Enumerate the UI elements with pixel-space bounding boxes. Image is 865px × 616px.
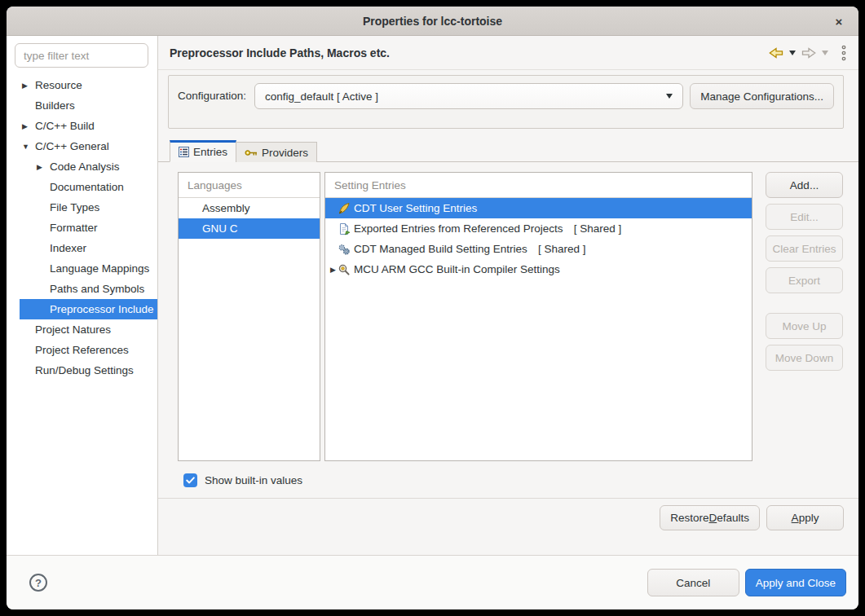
language-row-gnu-c[interactable]: GNU C <box>179 218 320 239</box>
entry-actions-column: Add...Edit...Clear EntriesExportMove UpM… <box>766 172 843 461</box>
entry-shared-badge: [ Shared ] <box>538 243 586 255</box>
tabbar: EntriesProviders <box>158 140 858 162</box>
clear-entries-button[interactable]: Clear Entries <box>766 235 843 262</box>
header-toolbar <box>769 45 847 61</box>
pane-header: Preprocessor Include Paths, Macros etc. <box>158 36 858 70</box>
tree-item-label: Run/Debug Settings <box>35 364 134 376</box>
manage-configurations-button[interactable]: Manage Configurations... <box>690 83 834 109</box>
sidebar-item-project-references[interactable]: Project References <box>7 340 157 360</box>
setting-entries-list: CDT User Setting EntriesExported Entries… <box>325 198 752 279</box>
chevron-right-icon[interactable]: ▶ <box>34 163 50 171</box>
configuration-group: Configuration: config_default [ Active ]… <box>168 75 844 129</box>
tree-item-label: File Types <box>50 201 99 213</box>
sidebar-item-indexer[interactable]: Indexer <box>7 238 157 258</box>
tree-item-label: Documentation <box>50 181 124 193</box>
entry-label: CDT User Setting Entries <box>354 202 477 214</box>
restore-defaults-button[interactable]: Restore Defaults <box>660 505 760 530</box>
edit-button[interactable]: Edit... <box>766 204 843 230</box>
languages-panel: Languages AssemblyGNU C <box>178 172 320 461</box>
entry-row-mcu-arm-gcc-built-in-compiler-settings[interactable]: ▶MCU ARM GCC Built-in Compiler Settings <box>325 259 752 279</box>
tree-item-label: Builders <box>35 99 75 112</box>
tree-item-label: C/C++ Build <box>35 120 95 132</box>
sidebar-item-language-mappings[interactable]: Language Mappings <box>7 258 157 279</box>
tree-item-label: C/C++ General <box>35 140 109 152</box>
entry-row-exported-entries-from-referenced-projects[interactable]: Exported Entries from Referenced Project… <box>325 218 752 239</box>
tree-item-label: Project Natures <box>35 323 111 336</box>
sidebar-tree: ▶ResourceBuilders▶C/C++ Build▼C/C++ Gene… <box>7 75 157 381</box>
magnifier-icon <box>338 263 351 276</box>
move-down-button[interactable]: Move Down <box>766 345 843 371</box>
entry-row-cdt-managed-build-setting-entries[interactable]: CDT Managed Build Setting Entries[ Share… <box>325 239 752 259</box>
main-area: ▶ResourceBuilders▶C/C++ Build▼C/C++ Gene… <box>7 36 858 555</box>
sidebar-item-project-natures[interactable]: Project Natures <box>7 319 157 340</box>
chevron-right-icon[interactable]: ▶ <box>20 81 35 90</box>
key-icon <box>245 148 258 157</box>
sidebar-item-c-c-build[interactable]: ▶C/C++ Build <box>7 116 157 136</box>
forward-arrow-icon[interactable] <box>801 47 816 59</box>
move-up-button[interactable]: Move Up <box>766 313 843 339</box>
tree-item-label: Resource <box>35 79 82 91</box>
entry-label: MCU ARM GCC Built-in Compiler Settings <box>354 263 560 275</box>
setting-entries-panel: Setting Entries CDT User Setting Entries… <box>324 172 752 461</box>
chevron-right-icon[interactable]: ▶ <box>20 122 35 130</box>
tab-entries[interactable]: Entries <box>170 140 236 162</box>
configuration-label: Configuration: <box>178 83 246 109</box>
entry-row-cdt-user-setting-entries[interactable]: CDT User Setting Entries <box>325 198 752 218</box>
tab-providers[interactable]: Providers <box>236 142 317 162</box>
chevron-down-icon[interactable]: ▼ <box>20 143 35 151</box>
setting-entries-panel-header: Setting Entries <box>325 173 752 198</box>
entries-tab-content: Languages AssemblyGNU C Setting Entries … <box>178 172 843 461</box>
sidebar-item-preprocessor-include-paths-macros-etc[interactable]: Preprocessor Include Paths, Macros etc. <box>7 299 157 319</box>
chevron-down-icon <box>666 94 673 99</box>
tab-label: Entries <box>193 146 227 158</box>
apply-button[interactable]: Apply <box>766 505 844 530</box>
gears-icon <box>338 243 351 256</box>
language-label: GNU C <box>202 222 238 235</box>
titlebar: Properties for lcc-tortoise × <box>7 7 858 36</box>
sidebar-item-run-debug-settings[interactable]: Run/Debug Settings <box>7 360 157 381</box>
tree-item-label: Language Mappings <box>50 262 149 275</box>
entries-list-icon <box>179 147 189 157</box>
settings-pane: Preprocessor Include Paths, Macros etc. <box>158 36 858 555</box>
sidebar-item-formatter[interactable]: Formatter <box>7 218 157 238</box>
tree-item-label: Indexer <box>50 242 86 254</box>
language-row-assembly[interactable]: Assembly <box>179 198 320 218</box>
show-builtin-row: Show built-in values <box>183 473 858 487</box>
sidebar-item-documentation[interactable]: Documentation <box>7 177 157 197</box>
apply-and-close-button[interactable]: Apply and Close <box>745 569 846 596</box>
tree-item-label: Code Analysis <box>50 161 120 173</box>
sidebar-item-builders[interactable]: Builders <box>7 95 157 116</box>
sidebar-item-resource[interactable]: ▶Resource <box>7 75 157 95</box>
forward-history-caret-icon[interactable] <box>822 51 828 55</box>
show-builtin-label: Show built-in values <box>205 474 302 486</box>
sidebar-item-file-types[interactable]: File Types <box>7 197 157 218</box>
quill-icon <box>338 202 351 215</box>
help-icon[interactable]: ? <box>29 574 47 592</box>
sidebar-item-code-analysis[interactable]: ▶Code Analysis <box>7 156 157 177</box>
chevron-right-icon[interactable]: ▶ <box>325 266 338 274</box>
view-menu-dots-icon[interactable] <box>841 45 847 61</box>
sidebar-item-c-c-general[interactable]: ▼C/C++ General <box>7 136 157 156</box>
window-title: Properties for lcc-tortoise <box>363 15 502 28</box>
back-history-caret-icon[interactable] <box>789 51 796 55</box>
language-label: Assembly <box>202 202 250 214</box>
entry-label: Exported Entries from Referenced Project… <box>354 222 563 235</box>
cancel-button[interactable]: Cancel <box>647 569 739 596</box>
add-button[interactable]: Add... <box>766 172 843 198</box>
configuration-select[interactable]: config_default [ Active ] <box>254 83 683 109</box>
sidebar: ▶ResourceBuilders▶C/C++ Build▼C/C++ Gene… <box>7 36 158 555</box>
sidebar-item-paths-and-symbols[interactable]: Paths and Symbols <box>7 279 157 299</box>
close-icon[interactable]: × <box>829 11 849 31</box>
tree-item-label: Project References <box>35 344 129 356</box>
tree-item-label: Paths and Symbols <box>50 283 144 295</box>
entry-shared-badge: [ Shared ] <box>574 222 622 235</box>
page-title: Preprocessor Include Paths, Macros etc. <box>170 46 769 59</box>
pane-footer: Restore Defaults Apply <box>158 499 858 530</box>
back-arrow-icon[interactable] <box>769 47 783 59</box>
entry-label: CDT Managed Build Setting Entries <box>354 243 527 255</box>
export-button[interactable]: Export <box>766 267 843 293</box>
filter-input[interactable] <box>15 43 148 68</box>
tree-item-label: Preprocessor Include Paths, Macros etc. <box>50 303 158 315</box>
doc-export-icon <box>338 222 351 235</box>
show-builtin-checkbox[interactable] <box>183 473 197 487</box>
